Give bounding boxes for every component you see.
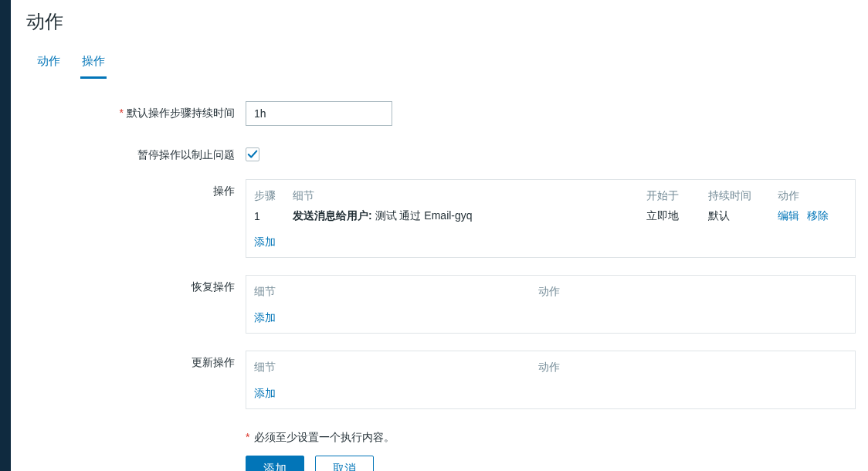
required-marker: * (120, 107, 124, 119)
operations-add-link[interactable]: 添加 (254, 235, 276, 248)
cell-duration: 默认 (708, 209, 778, 223)
update-header: 细节 动作 (254, 357, 847, 378)
cell-actions: 编辑 移除 (778, 209, 847, 223)
submit-button[interactable]: 添加 (246, 456, 304, 471)
cell-step: 1 (254, 210, 293, 222)
col-step: 步骤 (254, 189, 293, 203)
page-title: 动作 (11, 0, 868, 48)
col-start: 开始于 (646, 189, 708, 203)
recovery-label: 恢复操作 (31, 275, 246, 294)
validation-note: *必须至少设置一个执行内容。 (246, 431, 862, 445)
operations-table: 步骤 细节 开始于 持续时间 动作 1 发送消息给用户: 测试 通过 Email… (246, 179, 856, 258)
tab-operation[interactable]: 操作 (80, 48, 107, 79)
operations-header: 步骤 细节 开始于 持续时间 动作 (254, 186, 847, 206)
update-label: 更新操作 (31, 351, 246, 370)
col-detail: 细节 (293, 189, 646, 203)
col-detail: 细节 (254, 361, 538, 374)
recovery-table: 细节 动作 添加 (246, 275, 856, 334)
operations-label: 操作 (31, 179, 246, 198)
cell-detail: 发送消息给用户: 测试 通过 Email-gyq (293, 209, 646, 223)
tab-action[interactable]: 动作 (36, 48, 62, 79)
edit-link[interactable]: 编辑 (778, 209, 799, 222)
table-row: 1 发送消息给用户: 测试 通过 Email-gyq 立即地 默认 编辑 移除 (254, 206, 847, 226)
update-add-link[interactable]: 添加 (254, 387, 276, 399)
update-table: 细节 动作 添加 (246, 351, 856, 409)
col-detail: 细节 (254, 285, 538, 299)
pause-label: 暂停操作以制止问题 (31, 143, 246, 162)
col-action: 动作 (538, 361, 847, 374)
col-duration: 持续时间 (708, 189, 778, 203)
recovery-add-link[interactable]: 添加 (254, 311, 276, 324)
required-marker: * (246, 431, 249, 443)
cancel-button[interactable]: 取消 (315, 456, 374, 471)
remove-link[interactable]: 移除 (807, 209, 829, 222)
col-action: 动作 (778, 189, 847, 203)
col-action: 动作 (538, 285, 847, 299)
tabs: 动作 操作 (25, 48, 868, 80)
left-sidebar-sliver (0, 0, 11, 471)
pause-checkbox[interactable] (246, 147, 259, 161)
default-duration-input[interactable] (246, 101, 392, 126)
check-icon (247, 149, 258, 160)
recovery-header: 细节 动作 (254, 282, 847, 302)
default-duration-label: *默认操作步骤持续时间 (31, 101, 246, 120)
cell-start: 立即地 (646, 209, 708, 223)
